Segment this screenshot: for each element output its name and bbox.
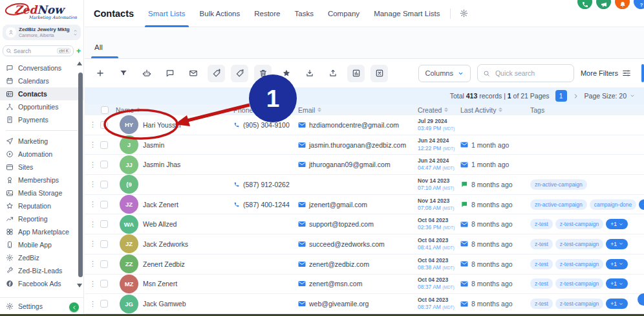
page-1-button[interactable]: 1 [555, 90, 567, 102]
row-menu-button[interactable]: ⋮ [89, 220, 96, 229]
contact-name[interactable]: Zenert Zedbiz [143, 260, 185, 268]
row-menu-button[interactable]: ⋮ [89, 200, 96, 209]
sidebar-item-sites[interactable]: Sites [0, 161, 83, 174]
more-filters-button[interactable]: More Filters [581, 69, 631, 78]
funnel-button[interactable] [114, 65, 132, 82]
row-checkbox[interactable] [100, 260, 108, 268]
row-checkbox[interactable] [100, 141, 108, 149]
next-page-button[interactable] [573, 93, 579, 99]
sidebar-item-contacts[interactable]: Contacts [0, 87, 83, 100]
tab-company[interactable]: Company [328, 0, 360, 27]
sidebar-item-calendars[interactable]: Calendars [0, 74, 83, 87]
row-menu-button[interactable]: ⋮ [89, 161, 96, 169]
sidebar-item-app-marketplace[interactable]: App Marketplace [0, 225, 83, 238]
column-header-created[interactable]: Created [418, 106, 460, 114]
row-menu-button[interactable]: ⋮ [89, 120, 96, 129]
tag-pill[interactable]: z-test [530, 259, 553, 269]
tag-pill[interactable]: campaign-done [590, 199, 637, 210]
sidebar-item-facebook-ads[interactable]: Facebook Ads [0, 277, 83, 290]
tab-smart-lists[interactable]: Smart Lists [148, 0, 186, 27]
row-menu-button[interactable]: ⋮ [89, 260, 96, 268]
row-menu-button[interactable]: ⋮ [89, 280, 96, 288]
merge-button[interactable] [370, 65, 388, 82]
quick-search-input[interactable] [494, 69, 568, 78]
tag-pill[interactable]: z-test [530, 278, 553, 289]
tag-plus-button[interactable] [208, 65, 225, 82]
contact-name[interactable]: Jasmin [143, 141, 164, 149]
row-checkbox[interactable] [100, 240, 108, 248]
tag-pill[interactable]: z-test-campaign [555, 278, 603, 289]
tag-pill[interactable]: z-test [530, 299, 553, 309]
download-button[interactable] [301, 65, 318, 82]
sidebar-item-marketing[interactable]: Marketing [0, 135, 83, 148]
tag-pill[interactable]: z-test-campaign [555, 299, 603, 309]
tab-all[interactable]: All [94, 43, 103, 58]
star-button[interactable] [277, 65, 295, 82]
tab-bulk-actions[interactable]: Bulk Actions [200, 0, 241, 27]
sidebar-item-media-storage[interactable]: Media Storage [0, 186, 83, 199]
tag-more-dropdown[interactable]: +1 [606, 219, 628, 229]
row-menu-button[interactable]: ⋮ [89, 141, 96, 149]
tag-pill[interactable]: z-test-campaign [555, 259, 603, 269]
contact-name[interactable]: Jasmin Jhas [143, 161, 180, 168]
smart-lists-settings-button[interactable] [458, 8, 469, 19]
tag-pill[interactable]: z-test [530, 239, 553, 249]
column-header-name[interactable]: Name [116, 106, 233, 114]
phone-button[interactable] [577, 0, 592, 9]
row-menu-button[interactable]: ⋮ [89, 240, 96, 248]
megaphone-button[interactable] [596, 0, 611, 9]
tab-manage-smart-lists[interactable]: Manage Smart Lists [374, 0, 440, 27]
tag-pill[interactable]: z-test [530, 219, 553, 229]
row-checkbox[interactable] [100, 300, 108, 308]
column-header-phone[interactable]: Phone [233, 106, 298, 114]
sidebar-item-opportunities[interactable]: Opportunities [0, 100, 83, 113]
tag-more-dropdown[interactable]: +1 [606, 299, 628, 309]
row-checkbox[interactable] [100, 201, 108, 209]
sidebar-item-payments[interactable]: Payments [0, 113, 83, 126]
select-all-checkbox[interactable] [101, 106, 109, 114]
contact-name[interactable]: Web Allzed [143, 220, 177, 228]
row-menu-button[interactable]: ⋮ [89, 300, 96, 308]
columns-button[interactable] [347, 65, 365, 82]
upload-button[interactable] [324, 65, 341, 82]
bell-button[interactable] [615, 0, 630, 9]
contact-name[interactable]: Jack Zedworks [143, 240, 188, 248]
sidebar-scrollbar[interactable] [78, 73, 83, 277]
tab-tasks[interactable]: Tasks [295, 0, 314, 27]
contact-name[interactable]: Hari Youssef [143, 121, 181, 129]
tag-minus-button[interactable] [231, 65, 248, 82]
sidebar-item-automation[interactable]: Automation [0, 148, 83, 161]
sidebar-item-mobile-app[interactable]: Mobile App [0, 238, 83, 251]
scroll-down-arrow[interactable] [77, 284, 82, 288]
contact-name[interactable]: Jack Gamweb [143, 300, 186, 308]
row-menu-button[interactable]: ⋮ [89, 180, 96, 188]
tag-pill[interactable]: zn-active-campaign [530, 179, 587, 190]
plus-button[interactable] [91, 65, 109, 82]
page-size-selector[interactable]: Page Size: 20 [585, 92, 635, 100]
columns-button[interactable]: Columns [418, 65, 471, 82]
chat-button[interactable] [161, 65, 178, 82]
sidebar-item-reputation[interactable]: Reputation [0, 199, 83, 212]
row-checkbox[interactable] [100, 161, 108, 168]
contact-name[interactable]: Msn Zenert [143, 280, 177, 288]
row-checkbox[interactable] [100, 280, 108, 288]
row-checkbox[interactable] [100, 121, 108, 129]
column-header-tags[interactable]: Tags [530, 106, 644, 114]
tag-more-dropdown[interactable]: +1 [606, 239, 628, 249]
tag-more-dropdown[interactable]: +1 [606, 278, 628, 289]
robot-button[interactable] [138, 65, 155, 82]
scroll-up-arrow[interactable] [77, 62, 82, 65]
sidebar-item-conversations[interactable]: Conversations [0, 62, 83, 74]
sidebar-search-input[interactable]: Search ctrl K [3, 45, 74, 56]
row-checkbox[interactable] [100, 220, 108, 228]
row-checkbox[interactable] [100, 181, 108, 188]
tag-more-dropdown[interactable]: +1 [606, 259, 628, 269]
column-header-email[interactable]: Email [298, 106, 418, 114]
sidebar-collapse-button[interactable] [69, 302, 79, 312]
tag-more-dropdown[interactable]: +1 [639, 199, 644, 210]
column-header-last-activity[interactable]: Last Activity [460, 106, 530, 114]
account-switcher[interactable]: ZedBiz Jewelry Mktg Canmore, Alberta [3, 25, 81, 40]
sidebar-item-memberships[interactable]: Memberships [0, 174, 83, 186]
sidebar-item-zedbiz[interactable]: ZedBiz [0, 251, 83, 264]
sidebar-item-reporting[interactable]: Reporting [0, 212, 83, 225]
